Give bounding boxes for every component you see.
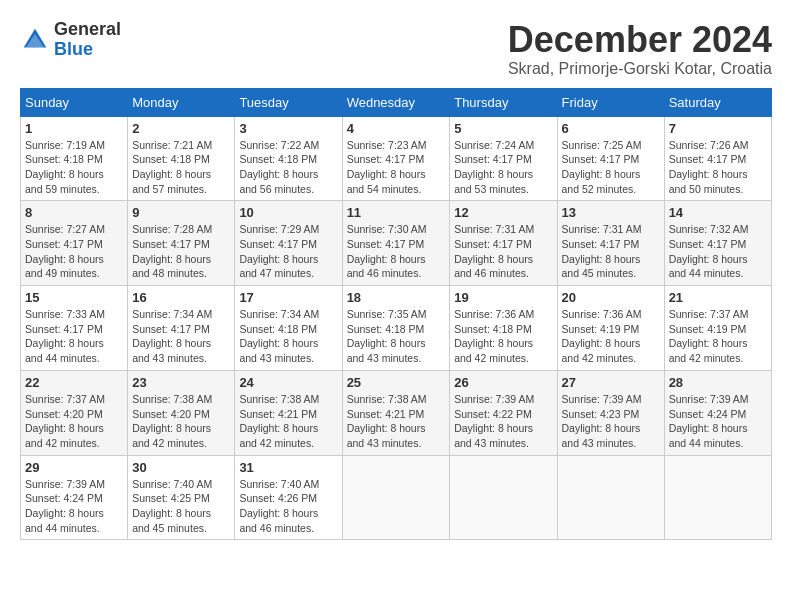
col-header-thursday: Thursday — [450, 88, 557, 116]
day-number: 22 — [25, 375, 123, 390]
day-info: Sunrise: 7:22 AM Sunset: 4:18 PM Dayligh… — [239, 138, 337, 197]
logo-text: General Blue — [54, 20, 121, 60]
calendar-cell: 2Sunrise: 7:21 AM Sunset: 4:18 PM Daylig… — [128, 116, 235, 201]
day-info: Sunrise: 7:33 AM Sunset: 4:17 PM Dayligh… — [25, 307, 123, 366]
calendar-cell: 22Sunrise: 7:37 AM Sunset: 4:20 PM Dayli… — [21, 370, 128, 455]
calendar-cell: 12Sunrise: 7:31 AM Sunset: 4:17 PM Dayli… — [450, 201, 557, 286]
day-number: 18 — [347, 290, 446, 305]
day-number: 14 — [669, 205, 767, 220]
day-info: Sunrise: 7:28 AM Sunset: 4:17 PM Dayligh… — [132, 222, 230, 281]
day-number: 24 — [239, 375, 337, 390]
day-info: Sunrise: 7:24 AM Sunset: 4:17 PM Dayligh… — [454, 138, 552, 197]
calendar-cell: 1Sunrise: 7:19 AM Sunset: 4:18 PM Daylig… — [21, 116, 128, 201]
day-info: Sunrise: 7:26 AM Sunset: 4:17 PM Dayligh… — [669, 138, 767, 197]
day-info: Sunrise: 7:23 AM Sunset: 4:17 PM Dayligh… — [347, 138, 446, 197]
logo: General Blue — [20, 20, 121, 60]
day-info: Sunrise: 7:36 AM Sunset: 4:18 PM Dayligh… — [454, 307, 552, 366]
calendar-cell: 23Sunrise: 7:38 AM Sunset: 4:20 PM Dayli… — [128, 370, 235, 455]
day-info: Sunrise: 7:29 AM Sunset: 4:17 PM Dayligh… — [239, 222, 337, 281]
calendar-cell: 5Sunrise: 7:24 AM Sunset: 4:17 PM Daylig… — [450, 116, 557, 201]
day-number: 9 — [132, 205, 230, 220]
calendar-cell — [664, 455, 771, 540]
day-number: 4 — [347, 121, 446, 136]
calendar-week-4: 22Sunrise: 7:37 AM Sunset: 4:20 PM Dayli… — [21, 370, 772, 455]
col-header-sunday: Sunday — [21, 88, 128, 116]
calendar-cell: 10Sunrise: 7:29 AM Sunset: 4:17 PM Dayli… — [235, 201, 342, 286]
calendar-cell: 15Sunrise: 7:33 AM Sunset: 4:17 PM Dayli… — [21, 286, 128, 371]
day-number: 17 — [239, 290, 337, 305]
day-number: 11 — [347, 205, 446, 220]
calendar-cell: 7Sunrise: 7:26 AM Sunset: 4:17 PM Daylig… — [664, 116, 771, 201]
day-info: Sunrise: 7:37 AM Sunset: 4:20 PM Dayligh… — [25, 392, 123, 451]
calendar-cell: 21Sunrise: 7:37 AM Sunset: 4:19 PM Dayli… — [664, 286, 771, 371]
calendar-cell: 31Sunrise: 7:40 AM Sunset: 4:26 PM Dayli… — [235, 455, 342, 540]
day-info: Sunrise: 7:27 AM Sunset: 4:17 PM Dayligh… — [25, 222, 123, 281]
col-header-tuesday: Tuesday — [235, 88, 342, 116]
day-number: 10 — [239, 205, 337, 220]
calendar-cell — [342, 455, 450, 540]
calendar-week-2: 8Sunrise: 7:27 AM Sunset: 4:17 PM Daylig… — [21, 201, 772, 286]
day-info: Sunrise: 7:34 AM Sunset: 4:18 PM Dayligh… — [239, 307, 337, 366]
calendar-cell: 16Sunrise: 7:34 AM Sunset: 4:17 PM Dayli… — [128, 286, 235, 371]
calendar-cell: 9Sunrise: 7:28 AM Sunset: 4:17 PM Daylig… — [128, 201, 235, 286]
day-number: 6 — [562, 121, 660, 136]
day-number: 27 — [562, 375, 660, 390]
day-number: 15 — [25, 290, 123, 305]
day-info: Sunrise: 7:38 AM Sunset: 4:20 PM Dayligh… — [132, 392, 230, 451]
day-info: Sunrise: 7:40 AM Sunset: 4:26 PM Dayligh… — [239, 477, 337, 536]
day-info: Sunrise: 7:40 AM Sunset: 4:25 PM Dayligh… — [132, 477, 230, 536]
calendar-cell: 29Sunrise: 7:39 AM Sunset: 4:24 PM Dayli… — [21, 455, 128, 540]
col-header-friday: Friday — [557, 88, 664, 116]
day-info: Sunrise: 7:39 AM Sunset: 4:24 PM Dayligh… — [669, 392, 767, 451]
day-info: Sunrise: 7:21 AM Sunset: 4:18 PM Dayligh… — [132, 138, 230, 197]
calendar-cell: 20Sunrise: 7:36 AM Sunset: 4:19 PM Dayli… — [557, 286, 664, 371]
calendar-cell: 19Sunrise: 7:36 AM Sunset: 4:18 PM Dayli… — [450, 286, 557, 371]
day-info: Sunrise: 7:31 AM Sunset: 4:17 PM Dayligh… — [562, 222, 660, 281]
calendar-cell: 24Sunrise: 7:38 AM Sunset: 4:21 PM Dayli… — [235, 370, 342, 455]
month-title: December 2024 — [508, 20, 772, 60]
calendar-cell: 18Sunrise: 7:35 AM Sunset: 4:18 PM Dayli… — [342, 286, 450, 371]
day-number: 1 — [25, 121, 123, 136]
logo-blue: Blue — [54, 39, 93, 59]
day-number: 30 — [132, 460, 230, 475]
calendar-cell — [557, 455, 664, 540]
day-number: 26 — [454, 375, 552, 390]
day-number: 19 — [454, 290, 552, 305]
calendar-cell: 11Sunrise: 7:30 AM Sunset: 4:17 PM Dayli… — [342, 201, 450, 286]
title-block: December 2024 Skrad, Primorje-Gorski Kot… — [508, 20, 772, 78]
day-info: Sunrise: 7:30 AM Sunset: 4:17 PM Dayligh… — [347, 222, 446, 281]
day-number: 28 — [669, 375, 767, 390]
col-header-monday: Monday — [128, 88, 235, 116]
day-number: 21 — [669, 290, 767, 305]
calendar-week-1: 1Sunrise: 7:19 AM Sunset: 4:18 PM Daylig… — [21, 116, 772, 201]
calendar-body: 1Sunrise: 7:19 AM Sunset: 4:18 PM Daylig… — [21, 116, 772, 540]
day-number: 3 — [239, 121, 337, 136]
day-info: Sunrise: 7:32 AM Sunset: 4:17 PM Dayligh… — [669, 222, 767, 281]
calendar-cell — [450, 455, 557, 540]
day-number: 31 — [239, 460, 337, 475]
day-number: 5 — [454, 121, 552, 136]
calendar-cell: 3Sunrise: 7:22 AM Sunset: 4:18 PM Daylig… — [235, 116, 342, 201]
day-info: Sunrise: 7:25 AM Sunset: 4:17 PM Dayligh… — [562, 138, 660, 197]
day-number: 12 — [454, 205, 552, 220]
day-number: 23 — [132, 375, 230, 390]
calendar-cell: 4Sunrise: 7:23 AM Sunset: 4:17 PM Daylig… — [342, 116, 450, 201]
day-info: Sunrise: 7:35 AM Sunset: 4:18 PM Dayligh… — [347, 307, 446, 366]
day-number: 7 — [669, 121, 767, 136]
day-info: Sunrise: 7:36 AM Sunset: 4:19 PM Dayligh… — [562, 307, 660, 366]
calendar-week-5: 29Sunrise: 7:39 AM Sunset: 4:24 PM Dayli… — [21, 455, 772, 540]
day-info: Sunrise: 7:39 AM Sunset: 4:23 PM Dayligh… — [562, 392, 660, 451]
day-info: Sunrise: 7:31 AM Sunset: 4:17 PM Dayligh… — [454, 222, 552, 281]
logo-icon — [20, 25, 50, 55]
calendar-cell: 14Sunrise: 7:32 AM Sunset: 4:17 PM Dayli… — [664, 201, 771, 286]
day-info: Sunrise: 7:38 AM Sunset: 4:21 PM Dayligh… — [239, 392, 337, 451]
day-number: 13 — [562, 205, 660, 220]
col-header-wednesday: Wednesday — [342, 88, 450, 116]
calendar-cell: 8Sunrise: 7:27 AM Sunset: 4:17 PM Daylig… — [21, 201, 128, 286]
day-number: 29 — [25, 460, 123, 475]
day-number: 16 — [132, 290, 230, 305]
col-header-saturday: Saturday — [664, 88, 771, 116]
day-number: 20 — [562, 290, 660, 305]
day-number: 25 — [347, 375, 446, 390]
calendar-cell: 17Sunrise: 7:34 AM Sunset: 4:18 PM Dayli… — [235, 286, 342, 371]
